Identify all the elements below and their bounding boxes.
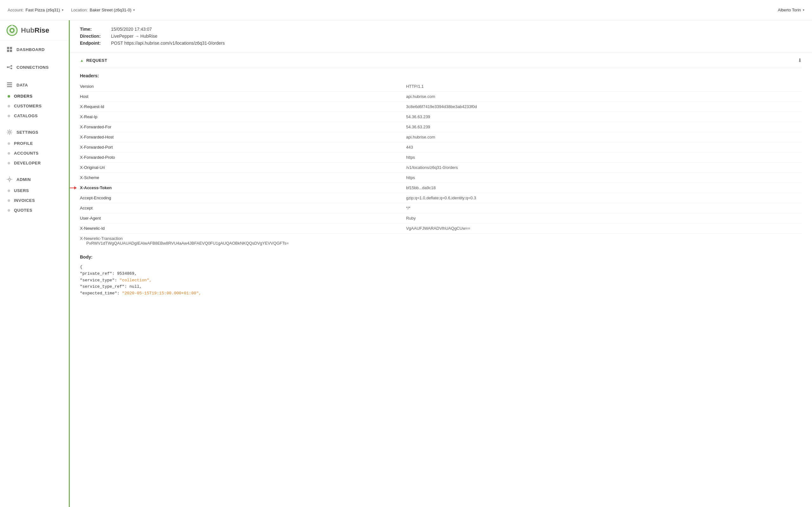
header-value: https <box>405 173 802 183</box>
table-row: X-Forwarded-For54.36.63.239 <box>80 122 802 132</box>
direction-label: Direction: <box>80 34 108 39</box>
svg-line-12 <box>8 66 11 67</box>
endpoint-value: POST https://api.hubrise.com/v1/location… <box>111 41 224 46</box>
sidebar-item-profile-label: PROFILE <box>14 141 33 146</box>
direction-value: LivePepper → HubRise <box>111 34 157 39</box>
body-label: Body: <box>80 248 802 263</box>
header-key: X-Forwarded-Host <box>80 132 405 142</box>
header-value: https <box>405 153 802 163</box>
sidebar-item-developer[interactable]: DEVELOPER <box>0 158 69 168</box>
main-content: Time: 15/05/2020 17:43:07 Direction: Liv… <box>70 20 812 507</box>
table-row: VersionHTTP/1.1 <box>80 81 802 92</box>
account-chevron-icon: ▾ <box>62 8 63 12</box>
code-line: "service_type": "collection", <box>80 277 802 284</box>
table-row: User-AgentRuby <box>80 213 802 223</box>
sidebar-item-catalogs[interactable]: CATALOGS <box>0 111 69 121</box>
svg-rect-5 <box>7 47 9 49</box>
sidebar-item-invoices-label: INVOICES <box>14 198 35 203</box>
sidebar-item-dashboard[interactable]: DASHBOARD <box>0 43 69 56</box>
sidebar-item-users[interactable]: USERS <box>0 186 69 195</box>
code-line: "private_ref": 9534869, <box>80 271 802 277</box>
endpoint-row: Endpoint: POST https://api.hubrise.com/v… <box>80 41 802 46</box>
time-value: 15/05/2020 17:43:07 <box>111 26 152 32</box>
sidebar-item-connections[interactable]: CONNECTIONS <box>0 61 69 73</box>
data-icon <box>6 82 13 88</box>
code-line: "expected_time": "2020-05-15T19:15:00.00… <box>80 290 802 297</box>
sidebar-item-data[interactable]: DATA <box>0 78 69 91</box>
sidebar-item-profile[interactable]: PROFILE <box>0 138 69 148</box>
connections-icon <box>6 64 13 70</box>
header-key: Version <box>80 81 405 92</box>
app-body: HubRise DASHBOARD <box>0 20 812 507</box>
quotes-dot <box>8 209 10 212</box>
direction-row: Direction: LivePepper → HubRise <box>80 34 802 39</box>
table-row: X-Schemehttps <box>80 173 802 183</box>
sidebar-item-quotes[interactable]: QUOTES <box>0 205 69 215</box>
download-icon[interactable]: ⬇ <box>798 57 802 63</box>
header-key: X-Scheme <box>80 173 405 183</box>
sidebar-item-data-label: DATA <box>16 83 28 88</box>
section-title: REQUEST <box>86 58 107 63</box>
table-row: Accept*/* <box>80 203 802 213</box>
code-line: "service_type_ref": null, <box>80 284 802 290</box>
sidebar-item-invoices[interactable]: INVOICES <box>0 195 69 205</box>
table-row: X-Original-Uri/v1/locations/z6q31-0/orde… <box>80 163 802 173</box>
svg-point-9 <box>7 66 9 68</box>
header-value: VgAAUFJWARADVlhUAQgCUw== <box>405 223 802 233</box>
svg-point-18 <box>9 178 10 180</box>
user-chevron-icon: ▾ <box>803 8 804 12</box>
header-key: X-Forwarded-Proto <box>80 153 405 163</box>
header-key: User-Agent <box>80 213 405 223</box>
sidebar-item-accounts[interactable]: ACCOUNTS <box>0 148 69 158</box>
header-value: api.hubrise.com <box>405 132 802 142</box>
location-value: Baker Street (z6q31-0) <box>90 8 132 12</box>
header-value: Ruby <box>405 213 802 223</box>
table-row: X-Real-Ip54.36.63.239 <box>80 112 802 122</box>
nav-section-connections: CONNECTIONS <box>0 58 69 76</box>
user-menu[interactable]: Alberto Torin ▾ <box>778 8 804 12</box>
header-selectors: Account: Fast Pizza (z6q31) ▾ Location: … <box>8 8 135 12</box>
profile-dot <box>8 142 10 145</box>
table-row: X-Forwarded-Hostapi.hubrise.com <box>80 132 802 142</box>
table-row: X-Newrelic-IdVgAAUFJWARADVlhUAQgCUw== <box>80 223 802 233</box>
sidebar-item-settings-label: SETTINGS <box>16 130 38 135</box>
table-row: X-Request-Id3c8e6d6f7419e3394d38be3ab423… <box>80 102 802 112</box>
svg-point-3 <box>11 29 13 32</box>
logo-icon <box>6 25 18 36</box>
svg-point-11 <box>11 68 12 69</box>
header-value: 3c8e6d6f7419e3394d38be3ab4233f0d <box>405 102 802 112</box>
headers-wrapper: VersionHTTP/1.1Hostapi.hubrise.comX-Requ… <box>80 81 802 248</box>
sidebar-item-accounts-label: ACCOUNTS <box>14 151 39 156</box>
header-key: X-Real-Ip <box>80 112 405 122</box>
sidebar-item-orders[interactable]: ORDERS <box>0 91 69 101</box>
account-value: Fast Pizza (z6q31) <box>26 8 60 12</box>
sidebar-item-catalogs-label: CATALOGS <box>14 113 38 118</box>
time-row: Time: 15/05/2020 17:43:07 <box>80 26 802 32</box>
account-selector[interactable]: Account: Fast Pizza (z6q31) ▾ <box>8 8 63 12</box>
nav-section-settings: SETTINGS PROFILE ACCOUNTS DEVELOPER <box>0 123 69 170</box>
sidebar-item-settings[interactable]: SETTINGS <box>0 126 69 138</box>
header-key: X-Forwarded-Port <box>80 142 405 153</box>
logo-text: HubRise <box>21 26 49 35</box>
section-title-row: ▲ REQUEST <box>80 58 107 63</box>
headers-label: Headers: <box>80 68 802 81</box>
table-row: X-Access-Tokenbf15bb...da9c18 <box>80 183 802 193</box>
header-key: Accept-Encoding <box>80 193 405 203</box>
header-key: Accept <box>80 203 405 213</box>
location-selector[interactable]: Location: Baker Street (z6q31-0) ▾ <box>71 8 135 12</box>
svg-rect-16 <box>7 86 12 87</box>
svg-point-17 <box>9 131 10 133</box>
catalogs-dot <box>8 115 10 117</box>
header-value: 443 <box>405 142 802 153</box>
collapse-icon[interactable]: ▲ <box>80 58 84 63</box>
sidebar-item-admin-label: ADMIN <box>16 177 31 182</box>
sidebar-item-admin[interactable]: ADMIN <box>0 173 69 186</box>
settings-icon <box>6 129 13 135</box>
sidebar-item-customers[interactable]: CUSTOMERS <box>0 101 69 111</box>
top-header: Account: Fast Pizza (z6q31) ▾ Location: … <box>0 0 812 20</box>
table-row: Hostapi.hubrise.com <box>80 92 802 102</box>
header-key: X-Forwarded-For <box>80 122 405 132</box>
accounts-dot <box>8 152 10 155</box>
dashboard-icon <box>6 46 13 53</box>
header-value: */* <box>405 203 802 213</box>
